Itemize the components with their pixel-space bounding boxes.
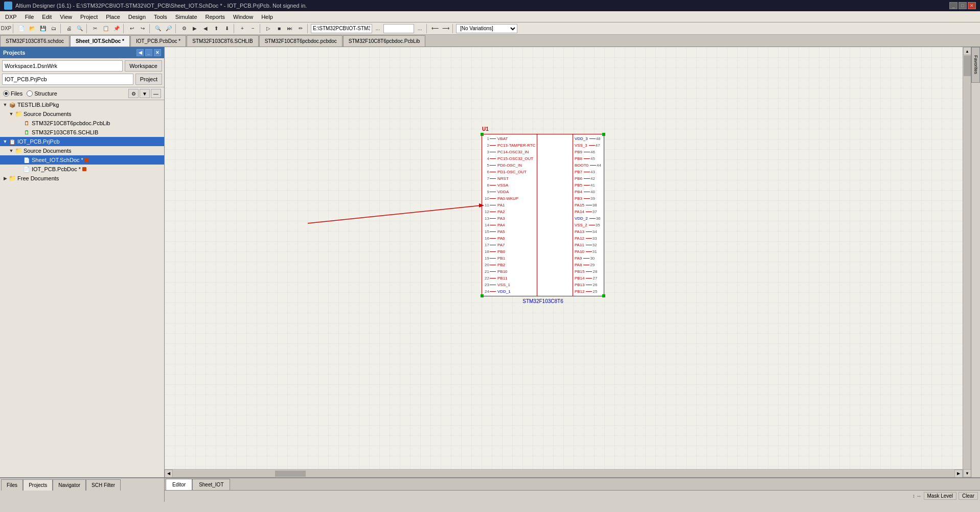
variations-select[interactable]: [No Variations] (456, 24, 517, 33)
stm32-schlib-arrow (16, 129, 22, 135)
tree-iot-pcbdoc[interactable]: 📄 IOT_PCB.PcbDoc * (0, 165, 164, 174)
tab-stm32-schdoc[interactable]: STM32F103C8T6.schdoc (0, 35, 70, 46)
favorites-tab[interactable]: Favorites (971, 47, 980, 83)
scroll-left-button[interactable]: ◀ (165, 470, 173, 478)
bottom-scrollbar[interactable]: ◀ ▶ (165, 469, 963, 477)
tb-open[interactable]: 📂 (27, 24, 37, 34)
tb-paste[interactable]: 📌 (111, 24, 122, 34)
tb-cut[interactable]: ✂ (90, 24, 100, 34)
menu-design[interactable]: Design (124, 11, 150, 22)
tb-copy[interactable]: 📋 (101, 24, 111, 34)
tb-undo[interactable]: ↩ (127, 24, 137, 34)
tree-container[interactable]: ▼ 📦 TESTLIB.LibPkg ▼ 📁 Source Documents … (0, 100, 164, 477)
canvas-area[interactable]: U1 1VBAT 2PC13-TAMPER-RTC 3PC14-OSC32_IN… (165, 47, 963, 469)
tb-nav-fwd[interactable]: ⟶ (441, 24, 451, 34)
tab-stm32-pcbdoc[interactable]: STM32F10C8T6pcbdoc.pcbdoc (259, 35, 343, 46)
tb-zoom-in[interactable]: 🔍 (153, 24, 163, 34)
bottom-tab-files[interactable]: Files (1, 479, 23, 491)
scroll-up-button[interactable]: ▲ (963, 47, 971, 55)
tb-more-3[interactable]: ◀ (200, 24, 211, 34)
close-button[interactable]: ✕ (968, 2, 976, 9)
pin-17: 17PA7 (482, 242, 537, 248)
tb-minus[interactable]: − (248, 24, 258, 34)
tb-browse-2[interactable]: ... (415, 24, 425, 34)
panel-min-button[interactable]: _ (145, 49, 152, 56)
tb-step[interactable]: ⏭ (285, 24, 295, 34)
tab-sheet-iot[interactable]: Sheet_IOT.SchDoc * (70, 35, 130, 46)
project-button[interactable]: Project (135, 74, 162, 85)
bottom-tab-projects[interactable]: Projects (23, 479, 53, 491)
tb-sep-9 (307, 24, 309, 33)
toolbar-input-2[interactable] (383, 24, 414, 33)
bottom-tab-sch-filter[interactable]: SCH Filter (86, 479, 121, 491)
tb-save[interactable]: 💾 (38, 24, 48, 34)
menu-simulate[interactable]: Simulate (171, 11, 201, 22)
scroll-v-thumb[interactable] (964, 56, 971, 76)
clear-button[interactable]: Clear (959, 492, 978, 500)
scroll-right-button[interactable]: ▶ (954, 470, 963, 478)
menu-dxp[interactable]: DXP (1, 11, 21, 22)
tb-more-2[interactable]: ▶ (190, 24, 200, 34)
tb-nav-back[interactable]: ⟵ (430, 24, 440, 34)
toggle-btn-1[interactable]: ⚙ (128, 89, 139, 98)
tree-free-docs[interactable]: ▶ 📁 Free Documents (0, 174, 164, 183)
tb-browse[interactable]: ... (373, 24, 383, 34)
menu-window[interactable]: Window (229, 11, 257, 22)
menu-view[interactable]: View (56, 11, 76, 22)
files-radio[interactable]: Files (3, 90, 22, 97)
menu-reports[interactable]: Reports (201, 11, 230, 22)
scroll-v-track[interactable] (963, 55, 971, 469)
project-input[interactable] (2, 74, 133, 85)
tb-run[interactable]: ▷ (263, 24, 274, 34)
toggle-btn-2[interactable]: ▼ (140, 89, 150, 98)
tb-new[interactable]: 📄 (16, 24, 27, 34)
minimize-button[interactable]: _ (949, 2, 958, 9)
mask-level-button[interactable]: Mask Level (924, 492, 957, 500)
menu-edit[interactable]: Edit (38, 11, 56, 22)
files-radio-circle (3, 90, 9, 97)
tree-iot-pcb[interactable]: ▼ 📋 IOT_PCB.PrjPcb (0, 137, 164, 146)
tb-pencil[interactable]: ✏ (295, 24, 306, 34)
tab-iot-pcb[interactable]: IOT_PCB.PcbDoc * (130, 35, 186, 46)
right-scrollbar[interactable]: ▲ ▼ (963, 47, 971, 477)
tree-src-docs-1[interactable]: ▼ 📁 Source Documents (0, 109, 164, 119)
menu-file[interactable]: File (21, 11, 38, 22)
tree-sheet-iot[interactable]: 📄 Sheet_IOT.SchDoc * (0, 155, 164, 165)
bottom-tab-navigator[interactable]: Navigator (53, 479, 86, 491)
tree-stm32-schlib[interactable]: 🗒 STM32F103C8T6.SCHLIB (0, 128, 164, 137)
tab-stm32-schlib[interactable]: STM32F103C8T6.SCHLIB (187, 35, 258, 46)
tree-stm32-pcblib[interactable]: 🗒 STM32F10C8T6pcbdoc.PcbLib (0, 119, 164, 128)
tb-zoom-out[interactable]: 🔎 (164, 24, 174, 34)
editor-tab-editor[interactable]: Editor (166, 479, 192, 490)
editor-tab-sheet-iot[interactable]: Sheet_IOT (192, 479, 230, 490)
tb-print[interactable]: 🖨 (64, 24, 74, 34)
menu-place[interactable]: Place (102, 11, 124, 22)
toolbar-path-input[interactable] (311, 24, 372, 33)
menu-tools[interactable]: Tools (150, 11, 171, 22)
toggle-btn-3[interactable]: — (151, 89, 161, 98)
panel-close-button[interactable]: ✕ (154, 49, 161, 56)
tb-plus[interactable]: + (237, 24, 247, 34)
panel-pin-button[interactable]: ◀ (136, 49, 144, 56)
tb-redo[interactable]: ↪ (138, 24, 148, 34)
scroll-h-track[interactable] (173, 470, 954, 477)
structure-radio[interactable]: Structure (27, 90, 57, 97)
menu-help[interactable]: Help (257, 11, 277, 22)
pin-24: 24VDD_1 (482, 288, 537, 295)
tb-more-1[interactable]: ⚙ (179, 24, 189, 34)
tree-src-docs-2[interactable]: ▼ 📁 Source Documents (0, 146, 164, 155)
tb-stop[interactable]: ■ (274, 24, 284, 34)
tb-more-5[interactable]: ⬇ (222, 24, 232, 34)
tab-stm32-pcblib[interactable]: STM32F10C8T6pcbdoc.PcbLib (343, 35, 426, 46)
tree-testlib[interactable]: ▼ 📦 TESTLIB.LibPkg (0, 100, 164, 109)
scroll-down-button[interactable]: ▼ (963, 469, 971, 477)
workspace-input[interactable] (2, 60, 123, 72)
tb-dxp[interactable]: DXP (1, 24, 11, 34)
maximize-button[interactable]: □ (959, 2, 967, 9)
workspace-button[interactable]: Workspace (125, 60, 162, 72)
menu-project[interactable]: Project (76, 11, 102, 22)
tb-print-prev[interactable]: 🔍 (75, 24, 85, 34)
tb-more-4[interactable]: ⬆ (211, 24, 221, 34)
scroll-h-thumb[interactable] (275, 471, 306, 477)
tb-save-all[interactable]: 🗂 (49, 24, 59, 34)
